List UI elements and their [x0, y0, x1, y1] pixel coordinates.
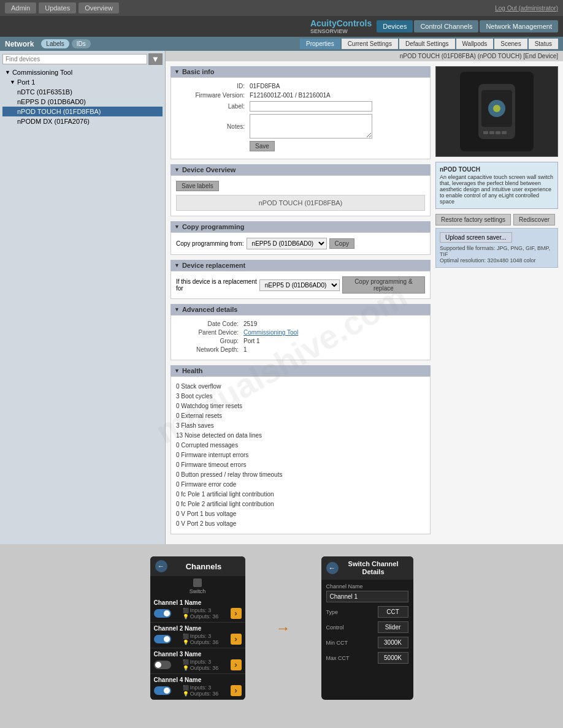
- copy-button[interactable]: Copy: [329, 238, 354, 249]
- min-cct-label: Min CCT: [326, 640, 348, 646]
- filter-button[interactable]: ▼: [148, 53, 163, 65]
- upload-box: Upload screen saver... Supported file fo…: [435, 228, 558, 268]
- health-item: 0 Firmware timeout errors: [176, 460, 425, 470]
- device-replacement-body: If this device is a replacement for nEPP…: [170, 271, 431, 299]
- parent-device-value[interactable]: Commissioning Tool: [243, 329, 298, 336]
- section-title: Basic info: [182, 68, 215, 75]
- tab-current-settings[interactable]: Current Settings: [342, 39, 398, 49]
- device-overview-section: ▼ Device Overview Save labels nPOD TOUCH…: [170, 164, 431, 216]
- section-arrow-icon: ▼: [174, 167, 180, 173]
- channel-2-toggle[interactable]: [154, 635, 171, 643]
- sidebar-item-commissioning-tool[interactable]: ▼ Commissioning Tool: [2, 67, 163, 77]
- sub-nav-tabs: Properties Current Settings Default Sett…: [300, 39, 558, 49]
- health-header[interactable]: ▼ Health: [170, 365, 431, 376]
- health-item: 3 Flash saves: [176, 421, 425, 431]
- label-input[interactable]: [250, 101, 372, 112]
- device-overview-header[interactable]: ▼ Device Overview: [170, 164, 431, 175]
- type-value[interactable]: CCT: [378, 606, 408, 618]
- health-item: 0 V Port 1 bus voltage: [176, 509, 425, 519]
- tree-label: Commissioning Tool: [12, 69, 72, 76]
- health-item: 0 Button pressed / relay throw timeouts: [176, 470, 425, 480]
- channel-3-toggle[interactable]: [154, 661, 171, 669]
- channel-2-inputs: ⬛ Inputs: 3: [183, 633, 219, 639]
- channel-3-info: ⬛ Inputs: 3 💡 Outputs: 36: [183, 659, 219, 671]
- save-labels-button[interactable]: Save labels: [176, 181, 219, 191]
- tab-scenes[interactable]: Scenes: [494, 39, 527, 49]
- replace-select[interactable]: nEPP5 D (01DB6AD0): [259, 279, 340, 291]
- channel-3-inputs: ⬛ Inputs: 3: [183, 659, 219, 665]
- restore-factory-button[interactable]: Restore factory settings: [435, 214, 511, 226]
- channel-1-toggle[interactable]: [154, 609, 171, 618]
- control-row: Control Slider: [326, 621, 408, 633]
- search-input[interactable]: [2, 54, 147, 64]
- channel-3-arrow-button[interactable]: ›: [231, 659, 242, 670]
- channel-4-outputs: 💡 Outputs: 36: [183, 691, 219, 697]
- save-button[interactable]: Save: [250, 141, 275, 151]
- sidebar-item-ndtc[interactable]: nDTC (01F6351B): [2, 87, 163, 97]
- inputs-icon: ⬛: [183, 685, 189, 691]
- sidebar-item-nepps[interactable]: nEPPS D (01DB6AD0): [2, 97, 163, 107]
- channel-name-input[interactable]: [326, 591, 408, 602]
- brand-sub: SENSORVIEW: [310, 28, 372, 34]
- tab-wallpods[interactable]: Wallpods: [456, 39, 494, 49]
- advanced-details-header[interactable]: ▼ Advanced details: [170, 304, 431, 315]
- factory-rediscover-row: Restore factory settings Rediscover: [435, 214, 558, 226]
- svg-point-3: [493, 105, 500, 112]
- sidebar-item-port1[interactable]: ▼ Port 1: [2, 77, 163, 87]
- channel-4-toggle[interactable]: [154, 686, 171, 695]
- updates-button[interactable]: Updates: [39, 2, 76, 13]
- copy-select[interactable]: nEPP5 D (01DB6AD0): [247, 238, 327, 249]
- channels-header: ← Channels: [150, 556, 245, 576]
- product-description: An elegant capacitive touch screen wall …: [440, 174, 554, 205]
- control-value[interactable]: Slider: [378, 621, 408, 633]
- min-cct-value[interactable]: 3000K: [378, 637, 408, 648]
- channels-back-button[interactable]: ←: [155, 560, 167, 572]
- switch-details-back-button[interactable]: ←: [326, 562, 339, 574]
- network-management-button[interactable]: Network Management: [480, 20, 558, 32]
- max-cct-value[interactable]: 5000K: [378, 652, 408, 664]
- tab-properties[interactable]: Properties: [300, 39, 340, 49]
- product-desc-box: nPOD TOUCH An elegant capacitive touch s…: [435, 162, 558, 209]
- copy-programming-header[interactable]: ▼ Copy programming: [170, 221, 431, 232]
- section-arrow-icon: ▼: [174, 69, 180, 75]
- control-channels-button[interactable]: Control Channels: [414, 20, 478, 32]
- channel-4-row: ⬛ Inputs: 3 💡 Outputs: 36 ›: [154, 684, 242, 697]
- firmware-row: Firmware Version: F1216001Z-001 / B12160…: [176, 92, 425, 99]
- health-item: 0 External resets: [176, 411, 425, 421]
- health-item: 0 Watchdog timer resets: [176, 401, 425, 411]
- channel-1-arrow-button[interactable]: ›: [231, 608, 242, 619]
- outputs-icon: 💡: [183, 640, 189, 645]
- admin-button[interactable]: Admin: [5, 2, 36, 13]
- sidebar-item-npod-touch[interactable]: nPOD TOUCH (01FD8FBA): [2, 107, 163, 116]
- health-item: 0 Firmware error code: [176, 480, 425, 490]
- replace-button[interactable]: Copy programming & replace: [342, 276, 425, 294]
- tab-status[interactable]: Status: [529, 39, 558, 49]
- notes-textarea[interactable]: [250, 114, 372, 138]
- device-overview-body: Save labels nPOD TOUCH (01FD8FBA): [170, 175, 431, 216]
- overview-button[interactable]: Overview: [79, 2, 119, 13]
- health-item: 3 Boot cycles: [176, 392, 425, 401]
- sidebar-item-npodm-dx[interactable]: nPODM DX (01FA2076): [2, 116, 163, 126]
- channel-4-arrow-button[interactable]: ›: [231, 685, 242, 696]
- logout-link[interactable]: Log Out (administrator): [495, 5, 558, 12]
- channel-2-name: Channel 2 Name: [154, 625, 242, 632]
- section-title: Advanced details: [182, 306, 237, 313]
- channel-2-outputs: 💡 Outputs: 36: [183, 639, 219, 645]
- right-panel: nPOD TOUCH An elegant capacitive touch s…: [435, 66, 558, 539]
- sub-nav-title: Network: [5, 40, 34, 48]
- main-panel: ▼ Basic info ID: 01FD8FBA Firmware Versi…: [170, 66, 431, 539]
- device-replacement-header[interactable]: ▼ Device replacement: [170, 260, 431, 271]
- date-code-value: 2519: [243, 320, 257, 327]
- section-title: Copy programming: [182, 223, 244, 230]
- basic-info-header[interactable]: ▼ Basic info: [170, 66, 431, 77]
- tab-default-settings[interactable]: Default Settings: [399, 39, 455, 49]
- ids-button[interactable]: IDs: [72, 39, 91, 48]
- devices-button[interactable]: Devices: [377, 20, 413, 32]
- id-row: ID: 01FD8FBA: [176, 83, 425, 89]
- channel-2-arrow-button[interactable]: ›: [231, 634, 242, 645]
- rediscover-button[interactable]: Rediscover: [513, 214, 555, 226]
- labels-button[interactable]: Labels: [41, 39, 69, 48]
- upload-screen-saver-button[interactable]: Upload screen saver...: [440, 232, 512, 243]
- advanced-details-section: ▼ Advanced details Date Code: 2519 Paren…: [170, 304, 431, 360]
- section-arrow-icon: ▼: [174, 306, 180, 313]
